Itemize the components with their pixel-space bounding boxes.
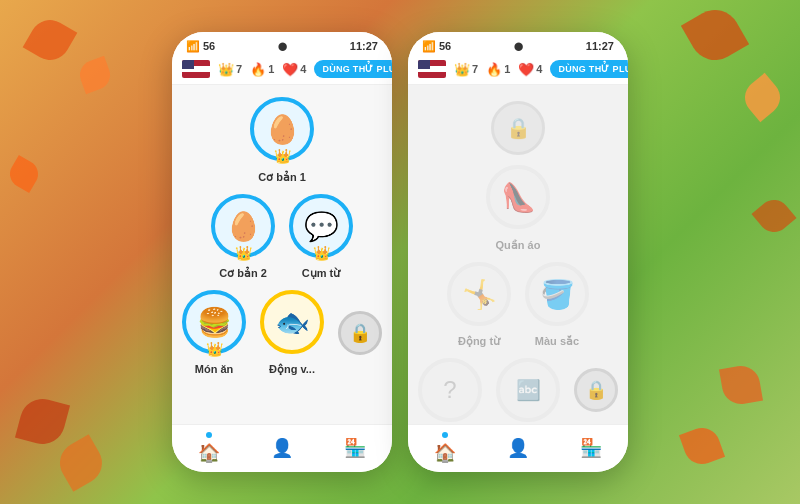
lesson-quan-ao: 👠 Quần áo: [486, 165, 550, 252]
node-emoji-quan-ao: 👠: [501, 181, 536, 214]
phone-left: 📶 56 ⬤ 11:27 👑 7 🔥 1 ❤️ 4 DÙNG THỬ PLUS: [172, 32, 392, 472]
signal-icon-left: 📶: [186, 40, 200, 53]
node-emoji-unknown-1: ?: [443, 376, 456, 404]
lesson-unknown-2: 🔤: [496, 358, 560, 422]
lesson-co-ban-1[interactable]: 🥚 👑 Cơ bản 1: [250, 97, 314, 184]
crown-icon-left: 👑: [218, 62, 234, 77]
fire-icon-left: 🔥: [250, 62, 266, 77]
fire-icon-right: 🔥: [486, 62, 502, 77]
crown-stat-right: 👑 7: [454, 62, 478, 77]
crown-count-left: 7: [236, 63, 242, 75]
bottom-nav-left: 🏠 👤 🏪: [172, 424, 392, 472]
node-circle-mon-an: 🍔 👑: [182, 290, 246, 354]
node-circle-unknown-2: 🔤: [496, 358, 560, 422]
node-emoji-unknown-2: 🔤: [516, 378, 541, 402]
game-header-left: 👑 7 🔥 1 ❤️ 4 DÙNG THỬ PLUS: [172, 56, 392, 85]
crown-badge-cum-tu: 👑: [313, 246, 330, 260]
lesson-grid-left: 🥚 👑 Cơ bản 1 🥚 👑 Cơ bản 2: [182, 97, 382, 376]
node-circle-quan-ao: 👠: [486, 165, 550, 229]
lesson-row-2: 🥚 👑 Cơ bản 2 💬 👑 Cụm từ: [211, 194, 353, 280]
heart-count-left: 4: [300, 63, 306, 75]
bottom-nav-right: 🏠 👤 🏪: [408, 424, 628, 472]
status-bar-left: 📶 56 ⬤ 11:27: [172, 32, 392, 56]
node-label-mon-an: Món ăn: [195, 363, 234, 375]
content-right: 🔒 👠 Quần áo 🤸 Động từ: [408, 85, 628, 424]
signal-value-right: 56: [439, 40, 451, 52]
lesson-row-right-2: 🤸 Động từ 🪣 Màu sắc: [447, 262, 589, 348]
node-circle-mau-sac: 🪣: [525, 262, 589, 326]
crown-stat-left: 👑 7: [218, 62, 242, 77]
heart-count-right: 4: [536, 63, 542, 75]
node-emoji-mau-sac: 🪣: [540, 278, 575, 311]
nav-profile-right[interactable]: 👤: [507, 437, 529, 459]
flag-left: [182, 60, 210, 78]
nav-store-left[interactable]: 🏪: [344, 437, 366, 459]
node-emoji-mon-an: 🍔: [197, 306, 232, 339]
crown-count-right: 7: [472, 63, 478, 75]
fire-count-right: 1: [504, 63, 510, 75]
lesson-grid-right: 🔒 👠 Quần áo 🤸 Động từ: [418, 97, 618, 422]
lock-top-icon-right: 🔒: [506, 116, 531, 140]
node-label-dong-tu: Động từ: [458, 335, 500, 348]
nav-home-icon-right: 🏠: [434, 442, 456, 464]
status-signal-left: 📶 56: [186, 40, 215, 53]
nav-store-icon-right: 🏪: [580, 437, 602, 459]
node-circle-dong-vat: 🐟: [260, 290, 324, 354]
game-header-right: 👑 7 🔥 1 ❤️ 4 DÙNG THỬ PLUS: [408, 56, 628, 85]
lesson-row-right-3: ? 🔤 🔒: [418, 358, 618, 422]
nav-home-right[interactable]: 🏠: [434, 432, 456, 464]
node-circle-co-ban-2: 🥚 👑: [211, 194, 275, 258]
lesson-dong-tu: 🤸 Động từ: [447, 262, 511, 348]
node-label-quan-ao: Quần áo: [496, 239, 541, 252]
lock-icon-right: 🔒: [585, 379, 607, 401]
nav-home-icon-left: 🏠: [198, 442, 220, 464]
lock-icon-left: 🔒: [349, 322, 371, 344]
nav-active-dot-right: [442, 432, 448, 438]
node-emoji-co-ban-1: 🥚: [265, 113, 300, 146]
lock-top-right: 🔒: [491, 101, 545, 155]
signal-icon-right: 📶: [422, 40, 436, 53]
heart-stat-left: ❤️ 4: [282, 62, 306, 77]
node-emoji-co-ban-2: 🥚: [226, 210, 261, 243]
heart-stat-right: ❤️ 4: [518, 62, 542, 77]
node-label-cum-tu: Cụm từ: [302, 267, 340, 280]
content-left[interactable]: 🥚 👑 Cơ bản 1 🥚 👑 Cơ bản 2: [172, 85, 392, 424]
node-circle-co-ban-1: 🥚 👑: [250, 97, 314, 161]
heart-icon-left: ❤️: [282, 62, 298, 77]
nav-profile-left[interactable]: 👤: [271, 437, 293, 459]
status-bar-right: 📶 56 ⬤ 11:27: [408, 32, 628, 56]
nav-store-icon-left: 🏪: [344, 437, 366, 459]
plus-button-right[interactable]: DÙNG THỬ PLUS: [550, 60, 628, 78]
node-emoji-cum-tu: 💬: [304, 210, 339, 243]
node-emoji-dong-vat: 🐟: [275, 306, 310, 339]
node-circle-cum-tu: 💬 👑: [289, 194, 353, 258]
lock-node-left: 🔒: [338, 311, 382, 355]
node-label-mau-sac: Màu sắc: [535, 335, 579, 348]
nav-active-dot-left: [206, 432, 212, 438]
lesson-mau-sac: 🪣 Màu sắc: [525, 262, 589, 348]
status-signal-right: 📶 56: [422, 40, 451, 53]
phones-container: 📶 56 ⬤ 11:27 👑 7 🔥 1 ❤️ 4 DÙNG THỬ PLUS: [0, 0, 800, 504]
signal-value-left: 56: [203, 40, 215, 52]
lesson-dong-vat[interactable]: 🐟 Động v...: [260, 290, 324, 376]
lesson-mon-an[interactable]: 🍔 👑 Món ăn: [182, 290, 246, 375]
lesson-row-3: 🍔 👑 Món ăn 🐟 Động v... 🔒: [182, 290, 382, 376]
lock-node-right: 🔒: [574, 368, 618, 412]
nav-home-left[interactable]: 🏠: [198, 432, 220, 464]
plus-button-left[interactable]: DÙNG THỬ PLUS: [314, 60, 392, 78]
camera-dot-left: ⬤: [278, 42, 287, 51]
flag-right: [418, 60, 446, 78]
nav-profile-icon-right: 👤: [507, 437, 529, 459]
time-right: 11:27: [586, 40, 614, 52]
lesson-co-ban-2[interactable]: 🥚 👑 Cơ bản 2: [211, 194, 275, 280]
node-label-dong-vat: Động v...: [269, 363, 315, 376]
crown-icon-right: 👑: [454, 62, 470, 77]
nav-store-right[interactable]: 🏪: [580, 437, 602, 459]
node-label-co-ban-2: Cơ bản 2: [219, 267, 267, 280]
lesson-cum-tu[interactable]: 💬 👑 Cụm từ: [289, 194, 353, 280]
node-emoji-dong-tu: 🤸: [462, 278, 497, 311]
nav-profile-icon-left: 👤: [271, 437, 293, 459]
phone-right: 📶 56 ⬤ 11:27 👑 7 🔥 1 ❤️ 4 DÙNG THỬ PLUS: [408, 32, 628, 472]
crown-badge-co-ban-2: 👑: [235, 246, 252, 260]
camera-dot-right: ⬤: [514, 42, 523, 51]
